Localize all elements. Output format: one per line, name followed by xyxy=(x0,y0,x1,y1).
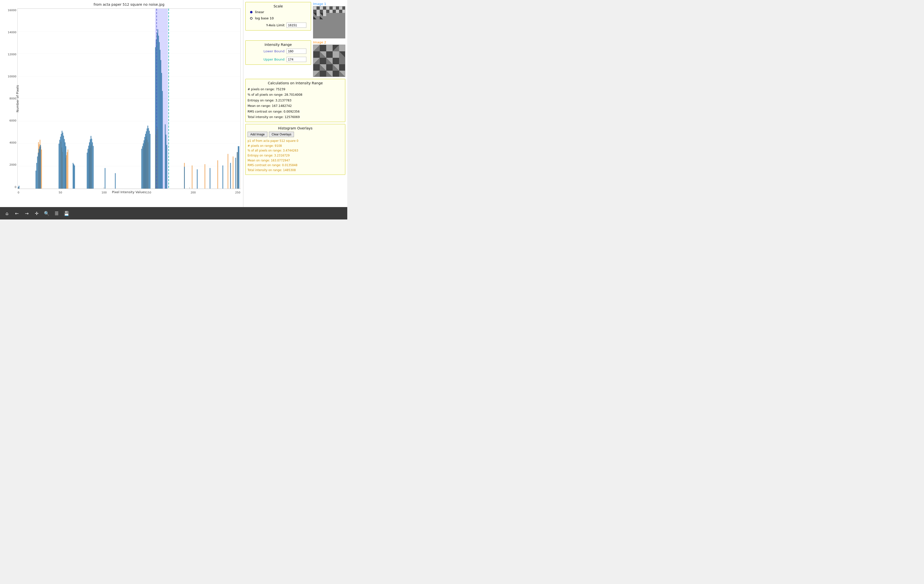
svg-rect-48 xyxy=(35,171,36,189)
svg-rect-44 xyxy=(233,157,233,189)
svg-marker-164 xyxy=(326,64,333,71)
svg-rect-74 xyxy=(91,139,92,188)
svg-rect-108 xyxy=(230,163,231,189)
y-axis-limit-input[interactable] xyxy=(287,23,306,28)
lower-bound-input[interactable] xyxy=(287,49,306,54)
log-dot xyxy=(250,17,252,20)
svg-rect-77 xyxy=(105,168,106,189)
svg-rect-76 xyxy=(93,146,94,188)
settings-button[interactable]: ☰ xyxy=(52,209,61,218)
intensity-panels: Intensity Range Lower Bound Upper Bound … xyxy=(245,40,345,77)
forward-button[interactable]: → xyxy=(22,209,31,218)
image1-container: Image 1 xyxy=(313,2,345,38)
calculations-section: Calculations on Intensity Range # pixels… xyxy=(245,79,345,122)
back-button[interactable]: ← xyxy=(12,209,21,218)
svg-rect-111 xyxy=(238,146,239,189)
image2-container: Image 2 xyxy=(313,40,345,77)
svg-rect-103 xyxy=(167,145,167,188)
svg-rect-126 xyxy=(329,7,333,10)
svg-rect-121 xyxy=(313,7,317,10)
svg-rect-23 xyxy=(68,150,68,189)
y-axis-limit-row: Y-Axis Limit xyxy=(248,22,309,28)
overlay-text: p1 of from acta paper 512 square 0 # pix… xyxy=(248,139,343,173)
svg-rect-79 xyxy=(141,149,142,189)
svg-marker-166 xyxy=(339,64,345,71)
svg-rect-73 xyxy=(91,136,91,188)
svg-rect-130 xyxy=(342,7,345,10)
calc-line-3: Mean on range: 167.1482742 xyxy=(248,103,343,109)
svg-rect-84 xyxy=(145,134,146,189)
save-button[interactable]: 💾 xyxy=(62,209,71,218)
x-axis-label: Pixel Intensity Values xyxy=(17,190,241,194)
overlay-line-5: RMS contrast on range: 0.0135848 xyxy=(248,163,343,168)
scale-log-row: log base 10 xyxy=(248,16,309,21)
y-tick: 8000 xyxy=(5,97,16,100)
svg-rect-42 xyxy=(217,160,218,189)
svg-rect-125 xyxy=(326,7,329,10)
svg-rect-96 xyxy=(159,42,160,189)
svg-rect-41 xyxy=(205,164,205,188)
svg-rect-101 xyxy=(165,124,166,188)
svg-rect-56 xyxy=(59,140,60,189)
calc-line-0: # pixels on range: 75239 xyxy=(248,87,343,92)
clear-overlays-button[interactable]: Clear Overlays xyxy=(269,132,294,137)
svg-rect-123 xyxy=(320,7,323,10)
scale-title: Scale xyxy=(248,4,309,8)
svg-marker-146 xyxy=(323,13,326,16)
svg-rect-139 xyxy=(339,10,342,13)
svg-rect-58 xyxy=(61,134,61,189)
pan-button[interactable]: ✛ xyxy=(32,209,41,218)
svg-rect-85 xyxy=(146,131,147,188)
chart-container: from acta paper 512 square no noise.jpg … xyxy=(0,0,243,207)
svg-rect-78 xyxy=(115,173,116,188)
svg-rect-98 xyxy=(160,60,161,188)
svg-rect-53 xyxy=(40,147,40,189)
y-tick: 12000 xyxy=(5,53,16,56)
svg-rect-65 xyxy=(73,163,73,189)
svg-rect-51 xyxy=(38,152,39,188)
svg-rect-95 xyxy=(158,36,159,189)
svg-rect-70 xyxy=(88,145,89,188)
svg-rect-97 xyxy=(160,50,160,189)
chart-title: from acta paper 512 square no noise.jpg xyxy=(17,2,241,7)
calc-line-4: RMS contrast on range: 0.0092356 xyxy=(248,109,343,114)
svg-rect-46 xyxy=(18,187,18,188)
svg-rect-134 xyxy=(323,10,326,13)
svg-rect-54 xyxy=(40,145,41,188)
svg-rect-89 xyxy=(149,131,150,188)
svg-rect-129 xyxy=(339,7,342,10)
svg-rect-59 xyxy=(62,131,63,188)
svg-marker-153 xyxy=(313,51,320,58)
svg-marker-149 xyxy=(320,45,326,51)
calc-line-2: Entropy on range: 3.2137783 xyxy=(248,98,343,103)
svg-rect-106 xyxy=(210,168,210,189)
zoom-button[interactable]: 🔍 xyxy=(42,209,51,218)
lower-bound-label: Lower Bound xyxy=(264,49,284,53)
svg-rect-105 xyxy=(197,169,198,189)
image1-thumbnail[interactable] xyxy=(313,6,345,38)
y-tick: 10000 xyxy=(5,75,16,78)
overlay-line-0: p1 of from acta paper 512 square 0 xyxy=(248,139,343,144)
svg-rect-16 xyxy=(41,150,42,189)
svg-rect-88 xyxy=(148,128,149,189)
svg-rect-102 xyxy=(166,135,167,189)
svg-rect-140 xyxy=(342,10,345,13)
histogram-overlays-section: Histogram Overlays Add Image Clear Overl… xyxy=(245,124,345,175)
svg-rect-122 xyxy=(317,7,320,10)
svg-rect-132 xyxy=(317,10,320,13)
home-button[interactable]: ⌂ xyxy=(2,209,12,218)
svg-rect-40 xyxy=(192,165,193,188)
svg-rect-138 xyxy=(336,10,339,13)
svg-rect-43 xyxy=(228,154,228,189)
svg-rect-107 xyxy=(223,165,223,188)
svg-rect-94 xyxy=(157,29,158,189)
add-image-button[interactable]: Add Image xyxy=(248,132,267,137)
svg-rect-80 xyxy=(142,146,143,189)
image1-label: Image 1 xyxy=(313,2,326,6)
svg-rect-99 xyxy=(161,73,162,188)
svg-rect-50 xyxy=(37,157,38,189)
svg-rect-61 xyxy=(63,136,64,189)
upper-bound-input[interactable] xyxy=(287,57,306,62)
image2-thumbnail[interactable] xyxy=(313,45,345,77)
svg-rect-127 xyxy=(333,7,336,10)
